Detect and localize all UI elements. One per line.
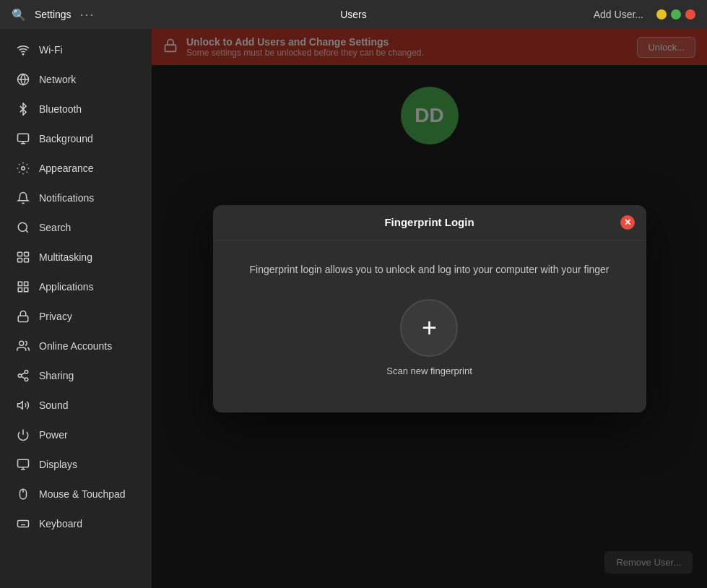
sidebar-item-background[interactable]: Background: [4, 124, 147, 153]
modal-description: Fingerprint login allows you to unlock a…: [249, 262, 609, 277]
appearance-icon: [16, 161, 30, 176]
svg-rect-16: [25, 288, 28, 292]
sidebar-item-label: Search: [39, 222, 71, 233]
svg-line-22: [21, 376, 25, 379]
sidebar-item-bluetooth[interactable]: Bluetooth: [4, 95, 147, 124]
svg-point-21: [25, 378, 28, 381]
sidebar-item-notifications[interactable]: Notifications: [4, 183, 147, 212]
settings-title: Settings: [35, 9, 71, 20]
svg-marker-24: [18, 402, 23, 410]
power-icon: [16, 428, 30, 442]
sidebar-item-network[interactable]: Network: [4, 65, 147, 94]
sound-icon: [16, 398, 30, 412]
sidebar-item-sharing[interactable]: Sharing: [4, 361, 147, 390]
network-icon: [16, 72, 30, 87]
sidebar-item-multitasking[interactable]: Multitasking: [4, 243, 147, 272]
svg-rect-11: [18, 259, 22, 262]
sidebar-item-label: Applications: [39, 281, 94, 293]
privacy-icon: [16, 309, 30, 324]
sidebar-item-label: Power: [39, 429, 68, 441]
sidebar-item-label: Background: [39, 133, 93, 144]
sidebar-item-label: Appearance: [39, 163, 94, 174]
sidebar-item-displays[interactable]: Displays: [4, 450, 147, 479]
sidebar-item-label: Wi-Fi: [39, 44, 63, 56]
svg-line-8: [25, 230, 27, 232]
sidebar-item-online-accounts[interactable]: Online Accounts: [4, 332, 147, 360]
sidebar-item-label: Network: [39, 74, 76, 85]
sidebar-item-mouse-touchpad[interactable]: Mouse & Touchpad: [4, 480, 147, 509]
displays-icon: [16, 457, 30, 472]
titlebar-right: Add User...: [588, 6, 695, 23]
multitasking-icon: [16, 250, 30, 264]
sidebar-item-applications[interactable]: Applications: [4, 272, 147, 301]
mouse-icon: [16, 487, 30, 501]
modal-body: Fingerprint login allows you to unlock a…: [213, 241, 646, 412]
sidebar-item-label: Bluetooth: [39, 103, 82, 115]
main-layout: Wi-Fi Network Bluetooth Background Appea…: [0, 29, 707, 588]
bluetooth-icon: [16, 102, 30, 116]
svg-point-6: [22, 167, 25, 170]
svg-rect-31: [18, 521, 29, 527]
scan-new-fingerprint-button[interactable]: +: [400, 299, 458, 357]
svg-rect-13: [18, 282, 22, 285]
svg-point-18: [19, 341, 24, 345]
keyboard-icon: [16, 516, 30, 531]
add-user-button[interactable]: Add User...: [588, 6, 649, 23]
sidebar-item-keyboard[interactable]: Keyboard: [4, 509, 147, 538]
page-title: Users: [340, 9, 367, 20]
sidebar-item-appearance[interactable]: Appearance: [4, 154, 147, 183]
fingerprint-modal: Fingerprint Login ✕ Fingerprint login al…: [213, 205, 646, 412]
svg-rect-14: [25, 282, 28, 285]
close-button[interactable]: [685, 9, 695, 20]
modal-close-button[interactable]: ✕: [620, 215, 635, 230]
svg-point-7: [18, 222, 27, 231]
maximize-button[interactable]: [671, 9, 681, 20]
plus-icon: +: [422, 315, 437, 341]
search-icon[interactable]: 🔍: [12, 8, 26, 22]
modal-overlay: Fingerprint Login ✕ Fingerprint login al…: [152, 29, 707, 588]
sidebar-item-power[interactable]: Power: [4, 420, 147, 449]
sidebar-item-search[interactable]: Search: [4, 213, 147, 242]
minimize-button[interactable]: [656, 9, 667, 20]
svg-line-23: [21, 373, 25, 375]
svg-point-0: [22, 53, 24, 55]
svg-point-19: [25, 371, 28, 374]
menu-dots-button[interactable]: ···: [80, 7, 95, 22]
titlebar-left: 🔍 Settings ···: [12, 7, 95, 22]
modal-header: Fingerprint Login ✕: [213, 205, 646, 241]
sidebar-item-label: Privacy: [39, 311, 72, 322]
svg-rect-3: [18, 134, 29, 142]
sidebar-item-label: Online Accounts: [39, 340, 112, 352]
sidebar-item-label: Notifications: [39, 192, 94, 204]
sidebar-item-label: Sharing: [39, 370, 74, 381]
svg-point-20: [18, 374, 22, 378]
svg-rect-15: [18, 288, 22, 292]
sidebar-item-label: Mouse & Touchpad: [39, 488, 126, 500]
scan-label: Scan new fingerprint: [386, 366, 472, 376]
sidebar-item-sound[interactable]: Sound: [4, 391, 147, 420]
search-sidebar-icon: [16, 220, 30, 235]
sidebar-item-label: Keyboard: [39, 518, 82, 529]
applications-icon: [16, 280, 30, 294]
wifi-icon: [16, 43, 30, 57]
titlebar: 🔍 Settings ··· Users Add User...: [0, 0, 707, 29]
sidebar: Wi-Fi Network Bluetooth Background Appea…: [0, 29, 152, 588]
svg-rect-12: [25, 259, 29, 262]
sidebar-item-label: Displays: [39, 459, 77, 470]
sidebar-item-wifi[interactable]: Wi-Fi: [4, 35, 147, 64]
sidebar-item-label: Sound: [39, 399, 68, 411]
svg-rect-17: [18, 316, 28, 321]
notifications-icon: [16, 191, 30, 205]
online-accounts-icon: [16, 339, 30, 353]
sidebar-item-label: Multitasking: [39, 251, 92, 263]
content-area: Unlock to Add Users and Change Settings …: [152, 29, 707, 588]
svg-rect-26: [18, 459, 29, 467]
svg-rect-10: [25, 252, 29, 256]
svg-rect-9: [18, 252, 22, 256]
scan-fingerprint-area: + Scan new fingerprint: [386, 299, 472, 376]
sharing-icon: [16, 368, 30, 383]
sidebar-item-privacy[interactable]: Privacy: [4, 302, 147, 331]
background-icon: [16, 131, 30, 146]
window-buttons: [656, 9, 695, 20]
modal-title: Fingerprint Login: [239, 216, 620, 228]
